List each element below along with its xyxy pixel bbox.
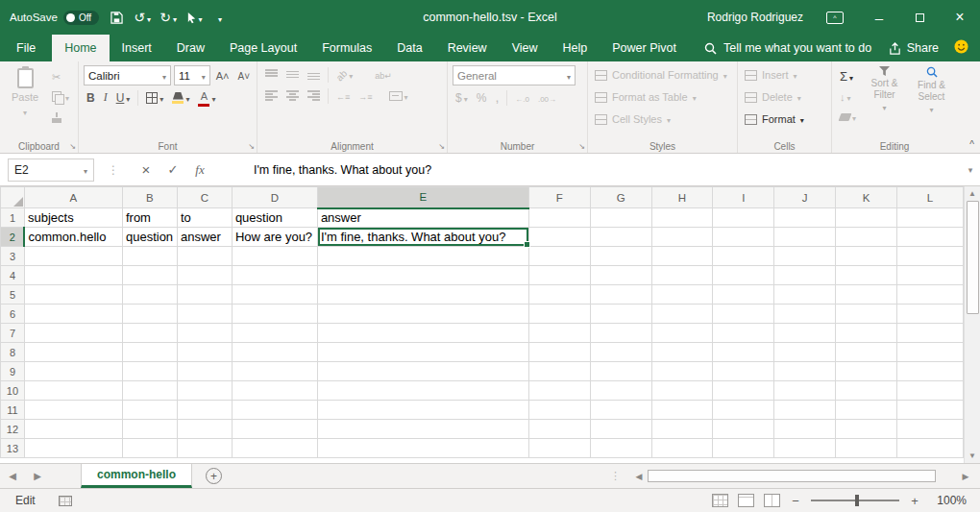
cell-i9[interactable] (713, 362, 774, 381)
autosum-button[interactable] (837, 67, 859, 85)
save-button[interactable] (108, 6, 125, 29)
cell-a12[interactable] (24, 420, 122, 439)
cell-i13[interactable] (713, 439, 774, 458)
cell-j9[interactable] (774, 362, 836, 381)
cell-a1[interactable]: subjects (24, 208, 122, 228)
cell-f10[interactable] (528, 381, 590, 401)
tab-formulas[interactable]: Formulas (309, 35, 384, 61)
cell-l4[interactable] (897, 266, 964, 285)
zoom-out-button[interactable]: − (790, 494, 801, 508)
cell-h11[interactable] (651, 401, 713, 420)
zoom-slider[interactable] (811, 500, 899, 501)
cell-e8[interactable] (317, 343, 528, 362)
cell-i1[interactable] (713, 208, 774, 228)
cell-d11[interactable] (232, 401, 317, 420)
cell-l11[interactable] (897, 401, 964, 420)
cell-d12[interactable] (232, 420, 317, 439)
cell-l6[interactable] (897, 305, 964, 324)
cell-c12[interactable] (177, 420, 232, 439)
cell-j1[interactable] (774, 208, 836, 228)
cell-c5[interactable] (177, 285, 232, 305)
cell-b3[interactable] (122, 247, 177, 266)
increase-indent-button[interactable] (355, 86, 375, 105)
cell-b9[interactable] (122, 362, 177, 381)
cell-e12[interactable] (317, 420, 528, 439)
cell-b1[interactable]: from (122, 208, 177, 228)
sort-filter-button[interactable]: Sort & Filter (863, 65, 906, 126)
cell-g9[interactable] (590, 362, 651, 381)
cell-f6[interactable] (528, 305, 590, 324)
undo-button[interactable] (134, 6, 151, 29)
align-bottom-button[interactable] (305, 65, 323, 84)
row-header-11[interactable]: 11 (1, 401, 25, 420)
cell-a11[interactable] (24, 401, 122, 420)
cell-f4[interactable] (528, 266, 590, 285)
cell-h9[interactable] (651, 362, 713, 381)
cell-c6[interactable] (177, 305, 232, 324)
cell-i12[interactable] (713, 420, 774, 439)
cell-a9[interactable] (24, 362, 122, 381)
maximize-button[interactable] (899, 0, 940, 35)
column-header-g[interactable]: G (590, 187, 651, 208)
tab-home[interactable]: Home (52, 35, 109, 61)
zoom-in-button[interactable]: + (909, 494, 920, 508)
delete-cells-button[interactable]: Delete (743, 87, 827, 107)
cell-a6[interactable] (24, 305, 122, 324)
sheet-nav-right-icon[interactable]: ▶ (25, 471, 50, 481)
cell-h7[interactable] (651, 324, 713, 343)
cell-l8[interactable] (897, 343, 964, 362)
cell-j4[interactable] (774, 266, 836, 285)
cell-f13[interactable] (528, 439, 590, 458)
cell-a7[interactable] (24, 324, 122, 343)
cell-d4[interactable] (232, 266, 317, 285)
cell-a2[interactable]: common.hello (24, 228, 122, 247)
cell-l7[interactable] (897, 324, 964, 343)
page-break-preview-button[interactable] (764, 494, 780, 507)
scroll-left-icon[interactable]: ◀ (630, 472, 648, 481)
cell-d6[interactable] (232, 305, 317, 324)
cell-k3[interactable] (836, 247, 897, 266)
alignment-dialog-launcher-icon[interactable] (438, 142, 445, 151)
find-select-button[interactable]: Find & Select (910, 65, 953, 126)
horizontal-scroll-thumb[interactable] (648, 470, 936, 482)
cell-f8[interactable] (528, 343, 590, 362)
column-header-d[interactable]: D (232, 187, 317, 208)
cell-c2[interactable]: answer (177, 228, 232, 247)
cell-g5[interactable] (590, 285, 651, 305)
cell-f3[interactable] (528, 247, 590, 266)
feedback-smiley-button[interactable] (954, 39, 968, 57)
tab-scrollbar-splitter[interactable] (610, 470, 621, 482)
cell-k4[interactable] (836, 266, 897, 285)
insert-function-button[interactable]: fx (186, 162, 213, 178)
cell-f11[interactable] (528, 401, 590, 420)
cell-k13[interactable] (836, 439, 897, 458)
format-cells-button[interactable]: Format (743, 110, 827, 129)
italic-button[interactable] (101, 88, 110, 107)
cell-j5[interactable] (774, 285, 836, 305)
wrap-text-button[interactable] (372, 65, 395, 84)
column-header-j[interactable]: J (774, 187, 836, 208)
borders-button[interactable] (143, 88, 166, 107)
cell-i10[interactable] (713, 381, 774, 401)
cell-d1[interactable]: question (232, 208, 317, 228)
cell-l3[interactable] (897, 247, 964, 266)
cell-d2[interactable]: How are you? (232, 228, 317, 247)
select-all-corner[interactable] (1, 187, 25, 208)
paste-button[interactable]: Paste (5, 65, 45, 126)
cell-f2[interactable] (528, 228, 590, 247)
tab-file[interactable]: File (0, 35, 52, 61)
cell-h12[interactable] (651, 420, 713, 439)
scroll-right-icon[interactable]: ▶ (957, 472, 974, 481)
cell-h13[interactable] (651, 439, 713, 458)
vertical-scrollbar[interactable]: ▲ ▼ (964, 186, 980, 463)
row-header-7[interactable]: 7 (1, 324, 25, 343)
cell-h4[interactable] (651, 266, 713, 285)
tab-power-pivot[interactable]: Power Pivot (600, 35, 689, 61)
cell-k11[interactable] (836, 401, 897, 420)
cell-k6[interactable] (836, 305, 897, 324)
row-header-8[interactable]: 8 (1, 343, 25, 362)
cell-l13[interactable] (897, 439, 964, 458)
cell-styles-button[interactable]: Cell Styles (593, 110, 733, 129)
cell-e13[interactable] (317, 439, 528, 458)
cell-k5[interactable] (836, 285, 897, 305)
